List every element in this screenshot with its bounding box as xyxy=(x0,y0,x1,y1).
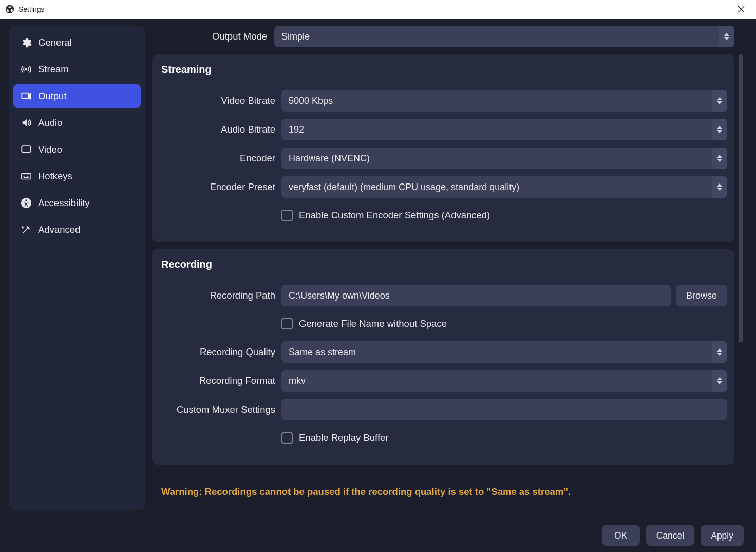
output-icon xyxy=(21,90,32,102)
warning-text: Warning: Recordings cannot be paused if … xyxy=(152,472,734,503)
audio-bitrate-select[interactable]: 192 xyxy=(281,119,727,140)
sidebar-item-label: Stream xyxy=(38,64,69,75)
chevron-updown-icon xyxy=(712,341,727,363)
sidebar-item-label: Output xyxy=(38,90,67,102)
sidebar-item-advanced[interactable]: Advanced xyxy=(13,218,141,242)
video-bitrate-value: 5000 Kbps xyxy=(281,96,712,106)
recording-panel-title: Recording xyxy=(159,259,727,278)
accessibility-icon xyxy=(21,197,32,209)
output-mode-value: Simple xyxy=(274,31,716,42)
sidebar-item-output[interactable]: Output xyxy=(13,84,141,108)
chevron-updown-icon xyxy=(712,119,727,140)
streaming-panel: Streaming Video Bitrate 5000 Kbps xyxy=(152,54,734,242)
sidebar-item-general[interactable]: General xyxy=(13,31,141,54)
window-close-button[interactable] xyxy=(729,1,753,17)
chevron-updown-icon xyxy=(712,176,727,198)
audio-bitrate-label: Audio Bitrate xyxy=(159,124,275,135)
chevron-updown-icon xyxy=(712,370,727,392)
checkbox-icon xyxy=(281,318,293,329)
ok-button[interactable]: OK xyxy=(602,525,640,546)
recording-path-label: Recording Path xyxy=(159,290,275,301)
chevron-updown-icon xyxy=(719,26,734,47)
scrollbar[interactable] xyxy=(738,26,744,510)
sidebar-item-label: Audio xyxy=(38,117,62,128)
broadcast-icon xyxy=(21,64,32,75)
video-bitrate-input[interactable]: 5000 Kbps xyxy=(281,90,727,112)
filename-no-space-checkbox[interactable]: Generate File Name without Space xyxy=(159,314,727,334)
svg-point-5 xyxy=(26,69,27,70)
recording-quality-label: Recording Quality xyxy=(159,346,275,358)
output-mode-select[interactable]: Simple xyxy=(274,26,734,47)
sidebar-item-label: General xyxy=(38,37,72,48)
sidebar-item-label: Hotkeys xyxy=(38,171,72,182)
titlebar: Settings xyxy=(0,0,756,19)
output-mode-row: Output Mode Simple xyxy=(152,26,734,47)
sidebar-item-audio[interactable]: Audio xyxy=(13,111,141,135)
recording-quality-select[interactable]: Same as stream xyxy=(281,341,727,363)
svg-rect-7 xyxy=(22,146,30,152)
checkbox-icon xyxy=(281,432,293,444)
checkbox-icon xyxy=(281,210,293,221)
recording-format-select[interactable]: mkv xyxy=(281,370,727,392)
enable-replay-buffer-checkbox[interactable]: Enable Replay Buffer xyxy=(159,428,727,448)
output-mode-label: Output Mode xyxy=(152,31,268,42)
settings-content: Output Mode Simple Streaming Video Bitra… xyxy=(152,26,734,510)
sidebar-item-label: Video xyxy=(38,144,62,155)
encoder-select[interactable]: Hardware (NVENC) xyxy=(281,148,727,169)
recording-format-label: Recording Format xyxy=(159,375,275,387)
svg-point-4 xyxy=(8,8,11,11)
muxer-settings-label: Custom Muxer Settings xyxy=(159,404,275,415)
stepper-icon[interactable] xyxy=(712,90,727,112)
sidebar-item-stream[interactable]: Stream xyxy=(13,58,141,81)
sidebar-item-label: Accessibility xyxy=(38,197,90,209)
streaming-panel-title: Streaming xyxy=(159,64,727,83)
gear-icon xyxy=(21,37,32,48)
encoder-preset-select[interactable]: veryfast (default) (medium CPU usage, st… xyxy=(281,176,727,198)
encoder-preset-label: Encoder Preset xyxy=(159,181,275,193)
svg-rect-6 xyxy=(22,93,28,99)
browse-button-label: Browse xyxy=(686,290,717,301)
cancel-button[interactable]: Cancel xyxy=(646,525,694,546)
audio-bitrate-value: 192 xyxy=(281,124,709,135)
tools-icon xyxy=(21,224,32,235)
enable-custom-encoder-label: Enable Custom Encoder Settings (Advanced… xyxy=(299,210,490,221)
sidebar-item-label: Advanced xyxy=(38,224,80,235)
enable-custom-encoder-checkbox[interactable]: Enable Custom Encoder Settings (Advanced… xyxy=(159,205,727,226)
dialog-footer: OK Cancel Apply xyxy=(0,510,756,546)
keyboard-icon xyxy=(21,171,32,182)
audio-icon xyxy=(21,117,32,128)
encoder-value: Hardware (NVENC) xyxy=(281,153,709,164)
apply-button[interactable]: Apply xyxy=(701,525,744,546)
encoder-preset-value: veryfast (default) (medium CPU usage, st… xyxy=(281,182,709,193)
settings-sidebar: General Stream Output Audio xyxy=(9,26,145,510)
window-title: Settings xyxy=(18,5,45,13)
muxer-settings-input[interactable] xyxy=(281,399,727,420)
recording-path-value: C:\Users\My own\Videos xyxy=(281,290,671,301)
recording-path-input[interactable]: C:\Users\My own\Videos xyxy=(281,285,671,306)
sidebar-item-video[interactable]: Video xyxy=(13,138,141,161)
app-icon xyxy=(5,5,14,14)
enable-replay-buffer-label: Enable Replay Buffer xyxy=(299,432,389,444)
scrollbar-thumb[interactable] xyxy=(739,54,743,342)
filename-no-space-label: Generate File Name without Space xyxy=(299,318,447,329)
recording-format-value: mkv xyxy=(281,376,709,387)
svg-point-10 xyxy=(25,199,27,201)
monitor-icon xyxy=(21,144,32,155)
recording-panel: Recording Recording Path C:\Users\My own… xyxy=(152,249,734,465)
encoder-label: Encoder xyxy=(159,153,275,164)
video-bitrate-label: Video Bitrate xyxy=(159,95,275,106)
sidebar-item-accessibility[interactable]: Accessibility xyxy=(13,191,141,215)
sidebar-item-hotkeys[interactable]: Hotkeys xyxy=(13,164,141,188)
chevron-updown-icon xyxy=(712,148,727,169)
browse-button[interactable]: Browse xyxy=(676,285,727,306)
recording-quality-value: Same as stream xyxy=(281,347,709,358)
